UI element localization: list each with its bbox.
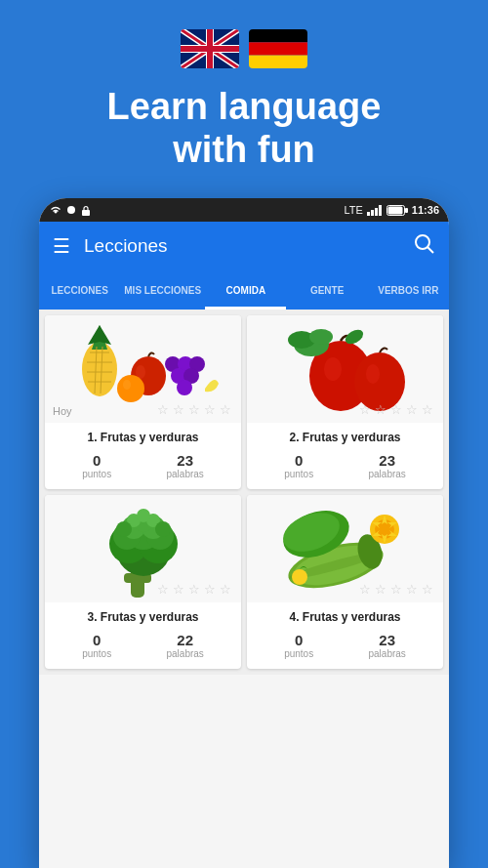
- card-stats-3: 0 puntos 22 palabras: [55, 632, 231, 659]
- svg-point-49: [309, 329, 333, 345]
- battery-icon: [386, 205, 408, 216]
- lesson-card-2[interactable]: ☆ ☆ ☆ ☆ ☆ 2. Frutas y verduras 0 puntos: [247, 315, 443, 489]
- card-info-3: 3. Frutas y verduras 0 puntos 22 palabra…: [45, 602, 241, 669]
- signal-icon: [367, 205, 383, 216]
- stat-palabras-1: 23 palabras: [166, 452, 203, 479]
- tab-lecciones[interactable]: LECCIONES: [39, 270, 120, 310]
- svg-point-39: [177, 380, 192, 395]
- svg-point-64: [116, 521, 132, 537]
- search-icon[interactable]: [414, 233, 435, 260]
- svg-marker-24: [88, 325, 100, 345]
- card-image-1: Hoy ☆ ☆ ☆ ☆ ☆: [45, 315, 241, 423]
- card-title-3: 3. Frutas y verduras: [55, 610, 231, 624]
- svg-rect-8: [207, 29, 213, 68]
- svg-rect-19: [387, 206, 402, 214]
- svg-rect-11: [249, 56, 307, 68]
- svg-marker-25: [100, 325, 111, 345]
- card-info-1: 1. Frutas y verduras 0 puntos 23 palabra…: [45, 423, 241, 489]
- svg-rect-16: [379, 205, 382, 216]
- app-bar: ☰ Lecciones: [39, 222, 449, 270]
- tab-bar: LECCIONES MIS LECCIONES COMIDA GENTE VER…: [39, 270, 449, 310]
- svg-rect-12: [82, 210, 90, 216]
- svg-point-20: [416, 235, 429, 249]
- headline: Learn language with fun: [78, 86, 411, 171]
- svg-line-21: [427, 247, 433, 253]
- stat-puntos-4: 0 puntos: [284, 632, 313, 659]
- svg-rect-15: [375, 208, 378, 216]
- card-title-1: 1. Frutas y verduras: [55, 431, 231, 444]
- app-bar-title: Lecciones: [84, 235, 400, 257]
- svg-point-63: [137, 509, 150, 522]
- uk-flag: [181, 29, 239, 68]
- card-image-4: ☆ ☆ ☆ ☆ ☆: [247, 495, 443, 602]
- network-type: LTE: [345, 204, 363, 216]
- stat-palabras-3: 22 palabras: [166, 632, 203, 659]
- stat-puntos-1: 0 puntos: [82, 452, 111, 479]
- svg-rect-10: [249, 42, 307, 55]
- stat-palabras-4: 23 palabras: [368, 632, 405, 659]
- card-image-2: ☆ ☆ ☆ ☆ ☆: [247, 315, 443, 423]
- top-section: Learn language with fun: [0, 0, 488, 198]
- lesson-card-3[interactable]: ☆ ☆ ☆ ☆ ☆ 3. Frutas y verduras 0 puntos: [45, 495, 241, 669]
- content-area: Hoy ☆ ☆ ☆ ☆ ☆ 1. Frutas y verduras 0: [39, 310, 449, 675]
- card-title-2: 2. Frutas y verduras: [257, 431, 433, 444]
- tab-gente[interactable]: GENTE: [286, 270, 367, 310]
- dot-icon: [67, 206, 75, 214]
- stars-4: ☆ ☆ ☆ ☆ ☆: [359, 583, 435, 597]
- lock-icon: [80, 205, 92, 216]
- svg-point-40: [117, 375, 144, 402]
- hoy-label-1: Hoy: [53, 405, 72, 417]
- card-info-2: 2. Frutas y verduras 0 puntos 23 palabra…: [247, 423, 443, 489]
- svg-point-43: [324, 357, 342, 381]
- svg-point-41: [123, 380, 131, 390]
- svg-rect-14: [371, 210, 374, 216]
- status-left-icons: [49, 205, 92, 216]
- svg-point-46: [366, 364, 380, 384]
- card-stats-2: 0 puntos 23 palabras: [257, 452, 433, 479]
- stars-3: ☆ ☆ ☆ ☆ ☆: [157, 583, 233, 597]
- tab-comida[interactable]: COMIDA: [205, 270, 286, 310]
- card-title-4: 4. Frutas y verduras: [257, 610, 433, 624]
- stat-puntos-2: 0 puntos: [284, 452, 313, 479]
- lesson-card-4[interactable]: ☆ ☆ ☆ ☆ ☆ 4. Frutas y verduras 0 puntos: [247, 495, 443, 669]
- german-flag: [249, 29, 307, 68]
- tab-verbos[interactable]: VERBOS IRR: [368, 270, 449, 310]
- status-bar: LTE 11:36: [39, 198, 449, 222]
- time-display: 11:36: [412, 204, 439, 216]
- menu-icon[interactable]: ☰: [53, 234, 70, 258]
- svg-point-65: [155, 521, 171, 537]
- stars-1: ☆ ☆ ☆ ☆ ☆: [157, 403, 233, 417]
- card-info-4: 4. Frutas y verduras 0 puntos 23 palabra…: [247, 602, 443, 669]
- svg-rect-18: [405, 208, 408, 213]
- status-right-info: LTE 11:36: [345, 204, 440, 216]
- card-image-3: ☆ ☆ ☆ ☆ ☆: [45, 495, 241, 602]
- svg-point-22: [82, 342, 117, 396]
- phone-mockup: LTE 11:36 ☰ Lecciones: [39, 198, 449, 868]
- tab-mis-lecciones[interactable]: MIS LECCIONES: [120, 270, 205, 310]
- svg-rect-9: [249, 29, 307, 42]
- flags-row: [181, 29, 307, 68]
- lesson-card-1[interactable]: Hoy ☆ ☆ ☆ ☆ ☆ 1. Frutas y verduras 0: [45, 315, 241, 489]
- card-stats-1: 0 puntos 23 palabras: [55, 452, 231, 479]
- stars-2: ☆ ☆ ☆ ☆ ☆: [359, 403, 435, 417]
- svg-point-70: [292, 569, 307, 585]
- svg-rect-13: [367, 212, 370, 216]
- wifi-icon: [49, 205, 62, 216]
- stat-palabras-2: 23 palabras: [368, 452, 405, 479]
- card-stats-4: 0 puntos 23 palabras: [257, 632, 433, 659]
- stat-puntos-3: 0 puntos: [82, 632, 111, 659]
